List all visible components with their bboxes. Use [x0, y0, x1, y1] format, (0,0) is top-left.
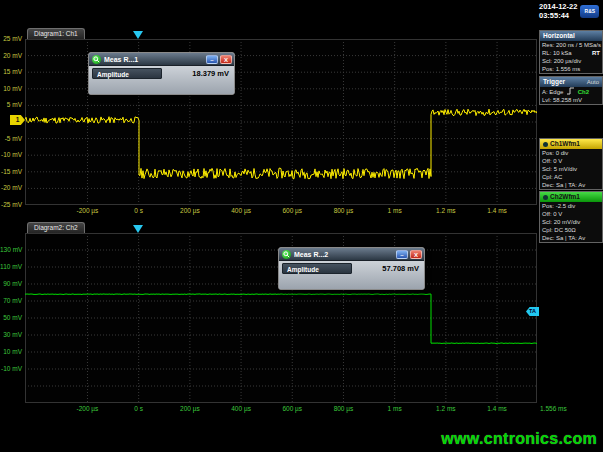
ch2-scale-row: Scl: 20 mV/div	[540, 218, 602, 226]
ch2-coupling-row: Cpl: DC 50Ω	[540, 226, 602, 234]
x-axis-label: 600 µs	[282, 207, 302, 215]
oscilloscope-screen: Diagram1: Ch1 1 Meas R...1 – X Amplitude…	[0, 0, 603, 452]
resolution-row: Res: 200 ns / 5 MSa/s	[540, 41, 602, 49]
y-axis-label: -10 mV	[0, 365, 22, 373]
measurement-icon	[92, 55, 101, 64]
x-axis-label: -200 µs	[77, 405, 99, 413]
meas-window-2-body: Amplitude 57.708 mV	[279, 261, 424, 290]
x-axis-label: -200 µs	[77, 207, 99, 215]
trigger-panel-title: Trigger	[543, 77, 565, 87]
ch1-position-marker[interactable]: 1	[10, 115, 25, 125]
rs-logo: R&S	[580, 5, 599, 18]
y-axis-label: 5 mV	[0, 101, 22, 109]
diagram2-tab[interactable]: Diagram2: Ch2	[27, 222, 85, 233]
ch1-scale-row: Scl: 5 mV/div	[540, 165, 602, 173]
ch2-panel-header[interactable]: Ch2Wfm1	[540, 192, 602, 202]
y-axis-label: -20 mV	[0, 184, 22, 192]
meas-param-label: Amplitude	[282, 263, 352, 274]
x-axis-label: 0 s	[134, 207, 143, 215]
rising-edge-icon	[566, 87, 575, 95]
meas-window-1[interactable]: Meas R...1 – X Amplitude 18.379 mV	[88, 52, 235, 95]
y-axis-label: 110 mV	[0, 263, 22, 271]
ch1-offset-row: Off: 0 V	[540, 157, 602, 165]
date-text: 2014-12-22	[539, 2, 577, 11]
meas-param-value: 57.708 mV	[382, 264, 421, 273]
x-axis-label: 1.2 ms	[436, 207, 456, 215]
ch2-decimation-row: Dec: Sa | TA: Av	[540, 234, 602, 242]
y-axis-label: 10 mV	[0, 348, 22, 356]
meas-window-2[interactable]: Meas R...2 – X Amplitude 57.708 mV	[278, 247, 425, 290]
ch1-panel-title: Ch1Wfm1	[550, 139, 580, 149]
x-axis-label: 1.4 ms	[487, 405, 507, 413]
trigger-source-label: Ch2	[578, 89, 589, 95]
x-axis-label: 800 µs	[334, 405, 354, 413]
minimize-button[interactable]: –	[206, 55, 218, 64]
horizontal-panel-header[interactable]: Horizontal	[540, 31, 602, 41]
y-axis-label: 25 mV	[0, 35, 22, 43]
y-axis-label: -10 mV	[0, 151, 22, 159]
y-axis-label: -15 mV	[0, 168, 22, 176]
y-axis-label: -5 mV	[0, 135, 22, 143]
x-axis-label: 200 µs	[180, 405, 200, 413]
record-length-row: RL: 10 kSa RT	[540, 49, 602, 57]
y-axis-label: 30 mV	[0, 331, 22, 339]
meas-window-1-titlebar[interactable]: Meas R...1 – X	[89, 53, 234, 66]
x-axis-label: 400 µs	[231, 207, 251, 215]
waveform-icon	[543, 142, 548, 147]
y-axis-label: -25 mV	[0, 201, 22, 209]
trigger-position-icon[interactable]	[133, 225, 143, 233]
meas-window-2-title: Meas R...2	[294, 251, 394, 258]
trigger-type-row: A: Edge Ch2	[540, 87, 602, 96]
trigger-level-row: Lvl: 58.258 mV	[540, 96, 602, 104]
meas-result-row: Amplitude 18.379 mV	[92, 68, 231, 79]
y-axis-label: 90 mV	[0, 280, 22, 288]
x-axis-label: 1.2 ms	[436, 405, 456, 413]
watermark: www.cntronics.com	[441, 430, 597, 448]
minimize-button[interactable]: –	[396, 250, 408, 259]
meas-window-2-titlebar[interactable]: Meas R...2 – X	[279, 248, 424, 261]
horizontal-settings-panel[interactable]: Horizontal Res: 200 ns / 5 MSa/s RL: 10 …	[539, 30, 603, 74]
y-axis-label: 15 mV	[0, 68, 22, 76]
close-button[interactable]: X	[220, 55, 232, 64]
x-axis-label: 200 µs	[180, 207, 200, 215]
trigger-mode-label: Auto	[587, 77, 599, 87]
y-axis-label: 50 mV	[0, 314, 22, 322]
ch2-panel-title: Ch2Wfm1	[550, 192, 580, 202]
measurement-icon	[282, 250, 291, 259]
ch2-pos-row: Pos: -2.5 div	[540, 202, 602, 210]
position-row: Pos: 1.556 ms	[540, 65, 602, 73]
x-axis-label: 400 µs	[231, 405, 251, 413]
meas-param-label: Amplitude	[92, 68, 162, 79]
x-axis-label: 1 ms	[388, 405, 402, 413]
ch1-pos-row: Pos: 0 div	[540, 149, 602, 157]
ch2-offset-row: Off: 0 V	[540, 210, 602, 218]
realtime-badge: RT	[592, 49, 600, 57]
trigger-position-icon[interactable]	[133, 31, 143, 39]
sidebar: 2014-12-22 03:55:44 R&S Horizontal Res: …	[539, 0, 603, 418]
meas-param-value: 18.379 mV	[192, 69, 231, 78]
scale-row: Scl: 200 µs/div	[540, 57, 602, 65]
ch2-waveform-panel[interactable]: Ch2Wfm1 Pos: -2.5 div Off: 0 V Scl: 20 m…	[539, 191, 603, 243]
ch1-decimation-row: Dec: Sa | TA: Av	[540, 181, 602, 189]
y-axis-label: 10 mV	[0, 85, 22, 93]
datetime-display: 2014-12-22 03:55:44 R&S	[539, 2, 603, 20]
meas-result-row: Amplitude 57.708 mV	[282, 263, 421, 274]
trigger-panel-header[interactable]: Trigger Auto	[540, 77, 602, 87]
time-text: 03:55:44	[539, 11, 577, 20]
x-axis-label: 600 µs	[282, 405, 302, 413]
y-axis-label: 70 mV	[0, 297, 22, 305]
x-axis-label: 1.4 ms	[487, 207, 507, 215]
ch1-panel-header[interactable]: Ch1Wfm1	[540, 139, 602, 149]
ch1-waveform-panel[interactable]: Ch1Wfm1 Pos: 0 div Off: 0 V Scl: 5 mV/di…	[539, 138, 603, 190]
horizontal-panel-title: Horizontal	[543, 31, 575, 41]
x-axis-label: 1 ms	[388, 207, 402, 215]
x-axis-label: 0 s	[134, 405, 143, 413]
y-axis-label: 130 mV	[0, 246, 22, 254]
trigger-settings-panel[interactable]: Trigger Auto A: Edge Ch2 Lvl: 58.258 mV	[539, 76, 603, 105]
x-axis-label: 800 µs	[334, 207, 354, 215]
waveform-icon	[543, 195, 548, 200]
ch1-coupling-row: Cpl: AC	[540, 173, 602, 181]
close-button[interactable]: X	[410, 250, 422, 259]
diagram1-tab[interactable]: Diagram1: Ch1	[27, 28, 85, 39]
meas-window-1-body: Amplitude 18.379 mV	[89, 66, 234, 95]
